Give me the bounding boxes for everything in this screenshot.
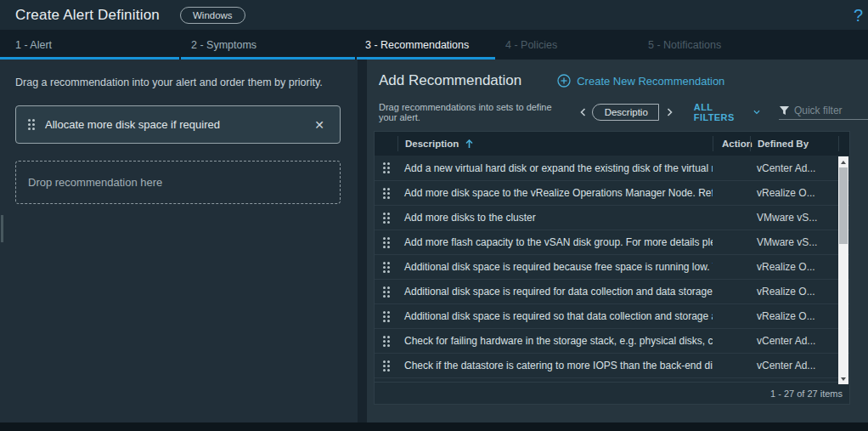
tab-policies-label: 4 - Policies: [505, 39, 557, 51]
row-description: Add a new virtual hard disk or expand th…: [397, 162, 713, 174]
table-row[interactable]: Additional disk space is required for da…: [375, 279, 849, 303]
add-recommendation-panel: Add Recommendation Create New Recommenda…: [367, 60, 868, 422]
all-filters-label: ALL FILTERS: [694, 102, 749, 122]
defined-by-header-label: Defined By: [758, 139, 809, 149]
chevron-down-icon: [753, 110, 760, 115]
row-description: Additional disk space is required becaus…: [397, 261, 713, 273]
drop-zone-label: Drop recommendation here: [28, 176, 162, 189]
selected-recommendation-card[interactable]: Allocate more disk space if required ✕: [15, 105, 341, 144]
drag-handle-icon[interactable]: [383, 188, 390, 199]
drag-column-header: [375, 136, 397, 151]
tab-policies[interactable]: 4 - Policies: [497, 30, 640, 60]
table-header: Description Action Defined By: [375, 132, 849, 156]
column-header-action[interactable]: Action: [713, 136, 750, 151]
recommendations-table: Description Action Defined By: [374, 131, 850, 405]
create-new-recommendation-label: Create New Recommendation: [577, 75, 724, 88]
sort-ascending-icon: [465, 139, 473, 149]
row-description: Check for failing hardware in the storag…: [397, 335, 713, 347]
column-header-description[interactable]: Description: [397, 136, 713, 151]
row-description: Add more disk space to the vRealize Oper…: [397, 187, 713, 199]
remove-recommendation-icon[interactable]: ✕: [311, 117, 328, 133]
alert-recommendations-panel: Drag a recommendation into your alert an…: [0, 60, 358, 422]
row-description: Add more flash capacity to the vSAN disk…: [397, 236, 713, 248]
drag-handle-icon[interactable]: [383, 336, 390, 347]
tab-alert[interactable]: 1 - Alert: [0, 30, 181, 60]
selected-recommendation-label: Allocate more disk space if required: [45, 118, 220, 131]
scroll-up-icon[interactable]: [838, 156, 848, 167]
window-header: Create Alert Definition Windows ?: [0, 0, 868, 30]
column-header-defined-by[interactable]: Defined By: [750, 136, 838, 151]
row-description: Check if the datastore is catering to mo…: [397, 360, 713, 371]
drag-handle-icon[interactable]: [383, 360, 390, 371]
tab-notifications[interactable]: 5 - Notifications: [640, 30, 868, 60]
drag-handle-icon[interactable]: [383, 311, 390, 322]
content-area: Drag a recommendation into your alert an…: [0, 60, 868, 422]
tab-recommendations-label: 3 - Recommendations: [365, 39, 469, 51]
drag-handle-icon[interactable]: [383, 262, 390, 273]
drag-handle-icon[interactable]: [383, 162, 390, 173]
chip-scroll-left-icon[interactable]: [579, 108, 587, 116]
create-new-recommendation-link[interactable]: Create New Recommendation: [557, 74, 724, 88]
pagination-label: 1 - 27 of 27 items: [770, 388, 843, 399]
drag-handle-icon[interactable]: [383, 237, 390, 248]
row-description: Add more disks to the cluster: [397, 212, 713, 224]
table-row[interactable]: Additional disk space is required becaus…: [375, 254, 849, 279]
row-defined-by: VMware vS...: [750, 212, 838, 224]
row-defined-by: VMware vS...: [750, 236, 838, 248]
tab-notifications-label: 5 - Notifications: [648, 39, 721, 51]
table-row[interactable]: Add more flash capacity to the vSAN disk…: [375, 230, 849, 254]
drag-handle-icon[interactable]: [383, 213, 390, 224]
create-alert-definition-window: Create Alert Definition Windows ? 1 - Al…: [0, 0, 868, 431]
tab-symptoms[interactable]: 2 - Symptoms: [181, 30, 357, 60]
scroll-down-icon[interactable]: [838, 373, 848, 384]
action-header-label: Action: [722, 139, 752, 149]
circle-plus-icon: [557, 74, 571, 88]
add-recommendation-title: Add Recommendation: [379, 72, 521, 89]
tab-alert-label: 1 - Alert: [15, 39, 52, 51]
drag-instruction: Drag a recommendation into your alert an…: [15, 77, 341, 88]
table-row[interactable]: Add a new virtual hard disk or expand th…: [375, 156, 849, 180]
tab-recommendations[interactable]: 3 - Recommendations: [357, 30, 497, 60]
page-title: Create Alert Definition: [15, 7, 160, 24]
bottom-bar: [0, 422, 868, 431]
row-description: Additional disk space is required for da…: [397, 286, 713, 298]
table-row[interactable]: Check for failing hardware in the storag…: [375, 328, 849, 353]
row-defined-by: vRealize O...: [750, 187, 838, 199]
table-row[interactable]: Additional disk space is required so tha…: [375, 303, 849, 328]
row-defined-by: vRealize O...: [750, 261, 838, 273]
recommendation-drop-zone[interactable]: Drop recommendation here: [15, 161, 341, 204]
add-recommendation-header: Add Recommendation Create New Recommenda…: [379, 70, 868, 92]
row-description: Additional disk space is required so tha…: [397, 310, 713, 322]
filter-chip-description[interactable]: Descriptio: [592, 104, 659, 121]
quick-filter-field: [779, 105, 868, 120]
panel-divider: [358, 60, 367, 422]
drag-handle-icon[interactable]: [28, 119, 35, 130]
row-defined-by: vRealize O...: [750, 310, 838, 322]
help-icon[interactable]: ?: [854, 7, 863, 24]
recommendations-table-body: Add a new virtual hard disk or expand th…: [375, 156, 849, 377]
table-row[interactable]: Check if the datastore is catering to mo…: [375, 353, 849, 377]
tab-symptoms-label: 2 - Symptoms: [191, 39, 256, 51]
os-badge: Windows: [180, 7, 245, 24]
scrollbar-track[interactable]: [838, 167, 848, 373]
filter-row: Drag recommendations into sets to define…: [379, 103, 868, 122]
row-defined-by: vCenter Ad...: [750, 335, 838, 347]
row-defined-by: vCenter Ad...: [750, 360, 838, 371]
table-row[interactable]: Add more disks to the cluster VMware vS.…: [375, 205, 849, 230]
description-header-label: Description: [405, 139, 459, 149]
column-header-spacer: [838, 136, 849, 151]
quick-filter-input[interactable]: [794, 105, 868, 116]
table-scrollbar[interactable]: [838, 156, 848, 384]
drag-handle-icon[interactable]: [383, 286, 390, 298]
panel-resize-handle[interactable]: [1, 215, 3, 242]
table-row[interactable]: Add more disk space to the vRealize Oper…: [375, 180, 849, 205]
row-defined-by: vCenter Ad...: [750, 162, 838, 174]
all-filters-button[interactable]: ALL FILTERS: [694, 102, 760, 122]
scrollbar-thumb[interactable]: [839, 167, 848, 244]
drag-hint-text: Drag recommendations into sets to define…: [379, 102, 572, 122]
wizard-steps: 1 - Alert 2 - Symptoms 3 - Recommendatio…: [0, 30, 868, 60]
filter-funnel-icon: [779, 105, 790, 116]
table-footer: 1 - 27 of 27 items: [375, 382, 849, 404]
row-defined-by: vRealize O...: [750, 286, 838, 298]
chip-scroll-right-icon[interactable]: [666, 108, 674, 116]
